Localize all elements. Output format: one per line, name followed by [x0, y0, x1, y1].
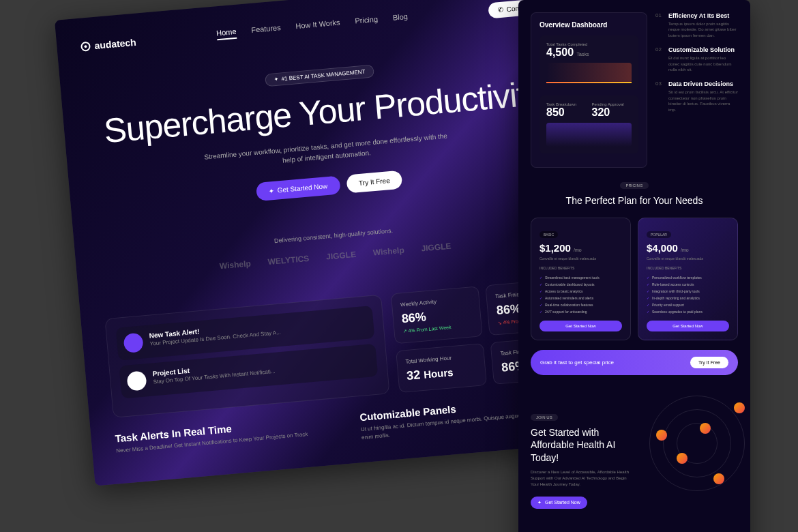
feature-title: Data Driven Decisions [668, 80, 738, 87]
get-started-button[interactable]: ✦Get Started Now [255, 175, 340, 201]
benefit-item: Automated reminders and alerts [540, 295, 622, 301]
sparkle-icon: ✦ [268, 186, 274, 194]
join-section: JOIN US Get Started with Affordable Heal… [531, 396, 738, 522]
feature-title: Efficiency At Its Best [668, 12, 738, 19]
hero-section: ✦#1 BEST AI TASK MANAGEMENT Supercharge … [85, 47, 565, 215]
benefit-item: Priority email support [647, 301, 729, 308]
popular-plan-button[interactable]: Get Started Now [647, 321, 729, 331]
benefit-item: 24/7 support for onboarding [540, 308, 622, 315]
stat-value: 4,500 Tasks [546, 46, 632, 59]
join-badge: JOIN US [531, 414, 558, 421]
partner-logo: JIGGLE [421, 241, 452, 253]
partner-logo: Wishelp [372, 245, 404, 257]
benefit-item: Integration with third-party tools [647, 288, 729, 295]
avatar [734, 402, 745, 413]
plan-desc: Convallis et neque blandit malesuada [540, 256, 622, 261]
benefit-item: Seamless upgrades to paid plans [647, 308, 729, 315]
feature-desc: Tempus ipsum dolor proin sagittis neque … [668, 21, 738, 38]
bell-icon [123, 332, 143, 353]
alerts-card: New Task Alert!Your Project Update Is Du… [104, 294, 389, 417]
hero-title: Supercharge Your Productivity [87, 74, 559, 150]
feature-desc: Et dui nunc ligula at porttitor leo done… [668, 55, 738, 72]
cta-bar: Grab it fast to get special price Try It… [531, 350, 738, 375]
pricing-badge: PRICING [620, 182, 648, 189]
plan-desc: Convallis et neque blandit malesuada [647, 256, 729, 261]
benefit-item: Streamlined task management tools [540, 274, 622, 281]
benefit-item: In-depth reporting and analytics [647, 295, 729, 301]
popular-plan-card: POPULAR $4,000 /mo Convallis et neque bl… [638, 218, 738, 340]
partner-logo: WELYTICS [267, 253, 310, 266]
overview-title: Overview Dashboard [540, 21, 638, 29]
list-icon [126, 370, 147, 391]
nav-how[interactable]: How It Works [295, 18, 340, 34]
working-hour-card: Total Working Hour 32 Hours [396, 342, 488, 392]
basic-plan-card: BASIC $1,200 /mo Convallis et neque blan… [531, 218, 631, 340]
benefit-item: Customizable dashboard layouts [540, 281, 622, 288]
partner-logo: Wishelp [219, 258, 251, 271]
line-chart [546, 63, 632, 83]
weekly-activity-card: Weekly Activity 86% ↗ 4% From Last Week [391, 286, 484, 344]
join-title: Get Started with Affordable Health AI To… [531, 426, 633, 464]
benefit-item: Access to basic analytics [540, 288, 622, 295]
nav-pricing[interactable]: Pricing [355, 15, 379, 29]
plan-price: $1,200 /mo [540, 242, 622, 254]
star-icon: ✦ [274, 76, 279, 83]
benefits-label: INCLUDED BENEFITS [647, 266, 729, 270]
partner-logo: JIGGLE [326, 249, 357, 261]
metric-value: 32 Hours [406, 363, 477, 383]
feature-item: 01Efficiency At Its BestTempus ipsum dol… [655, 12, 738, 38]
area-chart [546, 123, 632, 147]
overview-dashboard: Overview Dashboard Total Tasks Completed… [531, 12, 647, 168]
feature-item: 02Customizable SolutionEt dui nunc ligul… [655, 46, 738, 72]
cta-text: Grab it fast to get special price [540, 359, 614, 366]
basic-plan-button[interactable]: Get Started Now [540, 321, 622, 331]
feature-title: Customizable Solution [668, 46, 738, 53]
benefit-item: Real-time collaboration features [540, 301, 622, 308]
cta-button[interactable]: Try It Free [690, 357, 728, 368]
logo-icon [80, 41, 91, 51]
join-button[interactable]: ✦Get Started Now [531, 497, 587, 509]
nav-links: Home Features How It Works Pricing Blog [216, 12, 409, 40]
nav-features[interactable]: Features [251, 23, 282, 38]
feature-item: 03Data Driven DecisionsSit id est proin … [655, 80, 738, 113]
nav-home[interactable]: Home [216, 27, 237, 40]
plan-price: $4,000 /mo [647, 242, 729, 254]
sparkle-icon: ✦ [537, 500, 542, 505]
avatar-orbit [642, 389, 752, 498]
brand-name: audatech [94, 36, 137, 50]
benefits-label: INCLUDED BENEFITS [540, 266, 622, 270]
benefit-item: Role-based access controls [647, 281, 729, 288]
plan-tag: POPULAR [647, 231, 671, 238]
feature-desc: Sit id est proin facilisis arcu. At effi… [668, 89, 738, 113]
stat-value: 850 [546, 106, 587, 119]
logo[interactable]: audatech [80, 36, 137, 52]
main-nav: audatech Home Features How It Works Pric… [80, 0, 550, 55]
nav-blog[interactable]: Blog [392, 12, 408, 25]
phone-icon: ✆ [497, 6, 503, 14]
hero-badge: ✦#1 BEST AI TASK MANAGEMENT [265, 65, 374, 87]
try-free-button[interactable]: Try It Free [346, 170, 403, 193]
pricing-header: PRICING The Perfect Plan for Your Needs [531, 177, 738, 207]
stat-value: 320 [592, 106, 632, 119]
benefit-item: Personalized workflow templates [647, 274, 729, 281]
pricing-title: The Perfect Plan for Your Needs [531, 194, 738, 207]
join-desc: Discover a New Level of Accessible, Affo… [531, 469, 633, 488]
plan-tag: BASIC [540, 231, 558, 238]
